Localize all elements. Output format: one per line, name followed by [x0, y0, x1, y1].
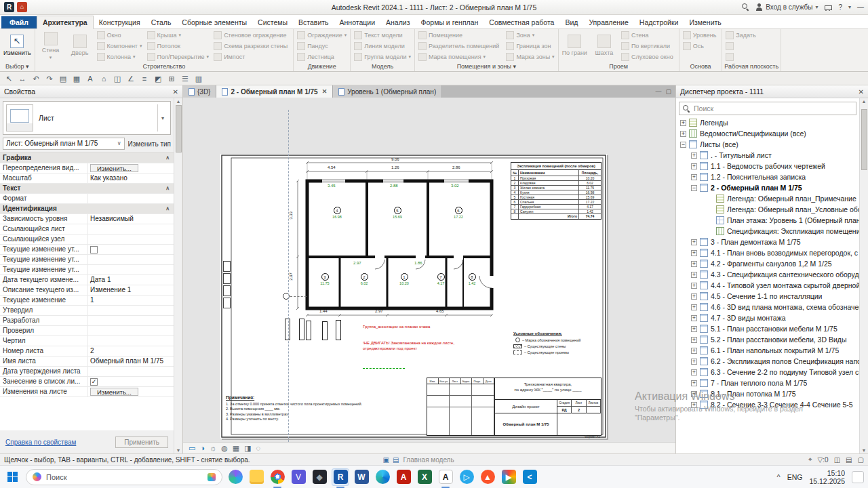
ribbon-tab[interactable]: Управление — [583, 16, 633, 28]
property-row[interactable]: Графика — [0, 153, 174, 163]
toolbar-icon[interactable]: ▦ — [71, 73, 83, 84]
room-tag[interactable]: 7 4.17 — [436, 273, 446, 285]
close-icon[interactable]: ✕ — [173, 88, 178, 96]
ribbon-button[interactable]: Уровень — [682, 30, 720, 41]
close-icon[interactable]: ✕ — [322, 88, 328, 95]
tree-expander[interactable]: + — [680, 131, 686, 137]
toolbar-icon[interactable]: ↖ — [3, 73, 15, 84]
tree-expander[interactable]: + — [691, 272, 697, 278]
taskbar-app-icon[interactable]: W — [353, 468, 370, 486]
tree-item[interactable]: Легенда: Обмерный план_Условные обозна..… — [676, 204, 859, 215]
taskbar-app-icon[interactable]: R — [332, 468, 349, 486]
ribbon-button[interactable]: Слуховое окно — [620, 52, 677, 62]
room-tag[interactable]: 6 17.22 — [454, 207, 463, 219]
room-tag[interactable]: 2 6.02 — [359, 273, 369, 285]
tree-expander[interactable]: + — [691, 326, 697, 332]
ribbon-button[interactable]: Крыша ▾ — [146, 30, 211, 41]
ribbon-tab[interactable]: Сталь — [146, 16, 177, 28]
tree-item[interactable]: Спецификация: Экспликация помещений (п..… — [676, 226, 859, 237]
tree-item[interactable]: План этажа: Уровень 1 (Обмерный план) — [676, 215, 859, 226]
properties-scrollbar[interactable]: ▲ ▼ — [174, 98, 182, 453]
ribbon-button[interactable]: Лестница — [296, 52, 348, 62]
ribbon-button[interactable]: Импост — [212, 52, 291, 62]
room-tag[interactable]: 5 15.69 — [393, 207, 402, 219]
property-row[interactable]: Ссылающийся лист — [0, 224, 174, 235]
status-icon[interactable]: ▤ — [393, 456, 399, 464]
ribbon-button[interactable]: Марка зоны ▾ — [505, 52, 555, 62]
view-control-icon[interactable]: ◌ — [256, 443, 261, 454]
tree-item[interactable]: + 8.2 - Сечение 3-3 Сечение 4-4 Сечение … — [676, 399, 859, 410]
toolbar-icon[interactable]: ≡ — [138, 73, 151, 84]
tree-expander[interactable]: + — [691, 380, 697, 386]
taskbar-app-icon[interactable] — [226, 468, 244, 486]
chevron-down-icon[interactable]: ▾ — [157, 104, 167, 131]
notification-center-icon[interactable] — [852, 471, 864, 483]
view-control-icon[interactable]: ◍ — [221, 443, 228, 454]
ribbon-tab[interactable]: Формы и генплан — [416, 16, 484, 28]
help-caret[interactable]: ▾ — [848, 4, 851, 10]
signin-button[interactable]: Вход в службы ▾ — [755, 3, 818, 11]
start-button[interactable] — [4, 468, 22, 486]
tree-item[interactable]: − Листы (все) — [676, 139, 859, 150]
room-tag[interactable]: 4 16.98 — [332, 207, 342, 219]
ribbon-button[interactable]: Марка помещения ▾ — [417, 52, 502, 62]
ribbon-button[interactable]: Стеновое ограждение — [212, 30, 291, 41]
tree-item[interactable]: + 1.1 - Ведомость рабочих чертежей — [676, 161, 859, 171]
ribbon-tab[interactable]: Файл — [1, 16, 37, 28]
ribbon-tab[interactable]: Надстройки — [634, 16, 684, 28]
ribbon-button[interactable] — [724, 52, 778, 62]
property-row[interactable]: Чертил — [0, 336, 174, 346]
ribbon-tab[interactable]: Конструкция — [94, 16, 146, 28]
ribbon-button[interactable]: Помещение — [417, 30, 502, 41]
help-button[interactable]: ? — [838, 3, 842, 11]
tree-item[interactable]: + . - Титульный лист — [676, 150, 859, 161]
property-row[interactable]: Идентификация — [0, 204, 174, 214]
ribbon-button[interactable]: Ось — [682, 41, 720, 52]
tree-item[interactable]: + 3 - План демонтажа М 1/75 — [676, 237, 859, 247]
ribbon-button[interactable] — [724, 41, 778, 52]
tree-item[interactable]: − 2 - Обмерный план М 1/75 — [676, 182, 859, 193]
view-control-icon[interactable]: ▦ — [233, 443, 239, 454]
clock[interactable]: 15:10 15.12.2025 — [809, 469, 845, 485]
ribbon-button[interactable]: Линия модели — [353, 41, 412, 52]
room-tag[interactable]: 8 1.42 — [467, 273, 477, 285]
view-control-icon[interactable]: ☼ — [210, 443, 216, 454]
room-tag[interactable]: 1 10.20 — [399, 273, 409, 285]
tree-expander[interactable]: + — [691, 174, 697, 180]
ribbon-button[interactable]: Окно — [96, 30, 144, 41]
view-tab[interactable]: {3D} — [183, 85, 216, 98]
ribbon-button[interactable]: Разделитель помещений — [417, 41, 502, 52]
property-row[interactable]: Номер листа 2 — [0, 346, 174, 357]
tree-item[interactable]: + Легенды — [676, 117, 859, 128]
type-selector[interactable]: Лист ▾ — [3, 101, 171, 135]
property-row[interactable]: Переопределения вид... Изменить... — [0, 163, 174, 174]
tree-expander[interactable]: + — [691, 250, 697, 256]
scrollbar-thumb[interactable] — [176, 105, 182, 152]
ribbon-panel-label[interactable]: Рабочая плоскость — [724, 62, 778, 71]
property-row[interactable]: Масштаб Как указано — [0, 174, 174, 184]
ribbon-button[interactable]: По грани — [561, 30, 589, 62]
toolbar-icon[interactable]: A — [84, 73, 96, 84]
toolbar-icon[interactable]: ↷ — [43, 73, 56, 84]
taskbar-app-icon[interactable]: ◆ — [311, 468, 328, 486]
room-schedule-table[interactable]: Экспликация помещений (после обмеров) № … — [511, 162, 601, 220]
taskbar-app-icon[interactable]: ▷ — [458, 468, 475, 486]
status-filter-icon[interactable]: ◫ — [834, 456, 840, 464]
ribbon-tab[interactable]: Сборные элементы — [176, 16, 252, 28]
red-annotation[interactable]: Группа_аннотации на планах этажа — [363, 325, 471, 330]
view-control-icon[interactable]: ◨ — [244, 443, 251, 454]
taskbar-app-icon[interactable] — [248, 468, 265, 486]
ribbon-button[interactable]: Ограждение ▾ — [296, 30, 348, 41]
toolbar-icon[interactable]: ▥ — [193, 73, 205, 84]
ribbon-panel-label[interactable]: Строительство — [37, 62, 292, 71]
status-filter-icon[interactable]: ▽:0 — [818, 456, 829, 464]
taskbar-app-icon[interactable]: X — [416, 468, 433, 486]
search-input[interactable]: Поиск — [679, 102, 856, 115]
toolbar-icon[interactable]: ◩ — [152, 73, 164, 84]
taskbar-app-icon[interactable] — [374, 468, 391, 486]
taskbar-app-icon[interactable]: V — [290, 468, 307, 486]
ribbon-tab[interactable]: Вид — [559, 16, 583, 28]
tree-item[interactable]: + 4.1 - План вновь возводимых перегородо… — [676, 247, 859, 258]
tree-expander[interactable]: + — [691, 348, 697, 354]
ribbon-button[interactable]: Компонент ▾ — [96, 41, 144, 52]
